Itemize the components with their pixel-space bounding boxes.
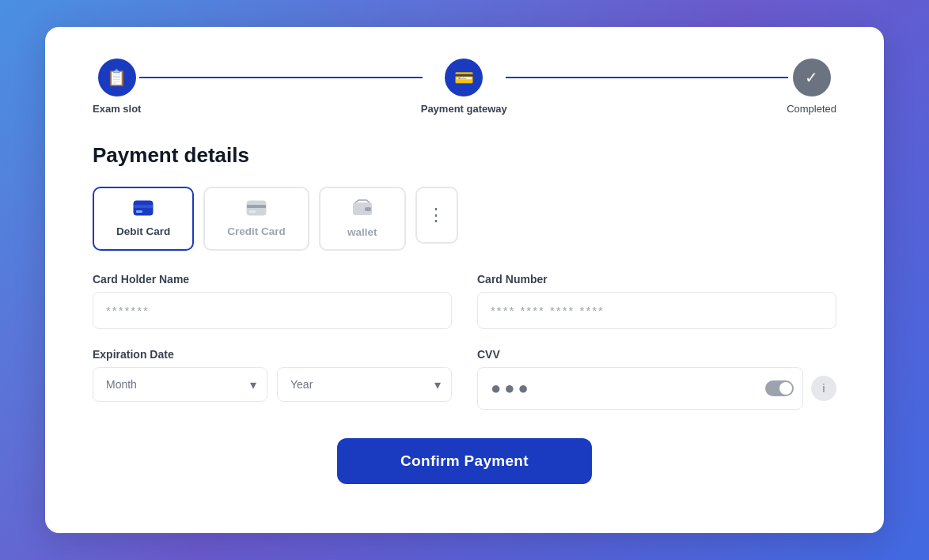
step-connector-1 [139,77,422,78]
card-number-group: Card Number [477,273,836,329]
more-methods-icon: ⋮ [427,206,446,224]
card-holder-input[interactable] [93,292,452,329]
svg-rect-5 [249,210,256,213]
credit-card-label: Credit Card [227,225,286,237]
wallet-icon [352,199,373,221]
card-info-row: Card Holder Name Card Number [93,273,836,329]
credit-card-icon [246,200,267,221]
step-exam-slot: 📋 Exam slot [93,59,141,115]
expiry-cvv-row: Expiration Date Month 01 02 03 04 05 06 … [93,348,836,410]
step-completed-circle: ✓ [793,59,831,96]
step-payment-gateway-label: Payment gateway [421,103,507,115]
payment-methods: Debit Card Credit Card wallet [93,187,836,251]
step-exam-slot-label: Exam slot [93,103,141,115]
cvv-row: i [477,367,836,410]
step-completed: ✓ Completed [787,59,836,115]
month-select[interactable]: Month 01 02 03 04 05 06 07 08 09 10 11 1… [93,367,267,402]
svg-rect-7 [365,207,371,211]
cvv-input[interactable] [477,367,803,410]
year-wrapper: Year 2024 2025 2026 2027 2028 ▾ [277,367,452,402]
wallet-label: wallet [347,226,377,238]
cvv-info-icon[interactable]: i [811,376,836,401]
cvv-info-symbol: i [822,382,825,395]
step-connector-2 [506,77,788,78]
step-payment-gateway: 💳 Payment gateway [421,59,507,115]
cvv-visibility-toggle[interactable] [765,380,794,396]
confirm-payment-button[interactable]: Confirm Payment [337,438,592,484]
svg-rect-2 [136,210,142,213]
expiry-label: Expiration Date [93,348,452,361]
more-methods-button[interactable]: ⋮ [415,187,458,244]
page-title: Payment details [93,143,836,168]
svg-rect-4 [247,205,266,208]
cvv-group: CVV i [477,348,836,410]
card-number-input[interactable] [477,292,836,329]
stepper: 📋 Exam slot 💳 Payment gateway ✓ Complete… [93,59,836,115]
month-wrapper: Month 01 02 03 04 05 06 07 08 09 10 11 1… [93,367,267,402]
debit-card-label: Debit Card [116,225,170,237]
expiry-inputs: Month 01 02 03 04 05 06 07 08 09 10 11 1… [93,367,452,402]
debit-card-icon [133,200,154,221]
credit-card-button[interactable]: Credit Card [203,187,309,251]
card-holder-label: Card Holder Name [93,273,452,286]
svg-rect-1 [134,205,153,208]
cvv-toggle-knob [779,382,792,395]
card-holder-group: Card Holder Name [93,273,452,329]
cvv-label: CVV [477,348,836,361]
confirm-button-row: Confirm Payment [93,438,836,484]
cvv-input-wrapper [477,367,803,410]
expiry-group: Expiration Date Month 01 02 03 04 05 06 … [93,348,452,410]
debit-card-button[interactable]: Debit Card [93,187,194,251]
step-payment-gateway-circle: 💳 [445,59,483,96]
card-number-label: Card Number [477,273,836,286]
payment-card: 📋 Exam slot 💳 Payment gateway ✓ Complete… [45,27,884,533]
step-exam-slot-circle: 📋 [98,59,136,96]
wallet-button[interactable]: wallet [319,187,406,251]
year-select[interactable]: Year 2024 2025 2026 2027 2028 [277,367,452,402]
step-completed-label: Completed [787,103,836,115]
